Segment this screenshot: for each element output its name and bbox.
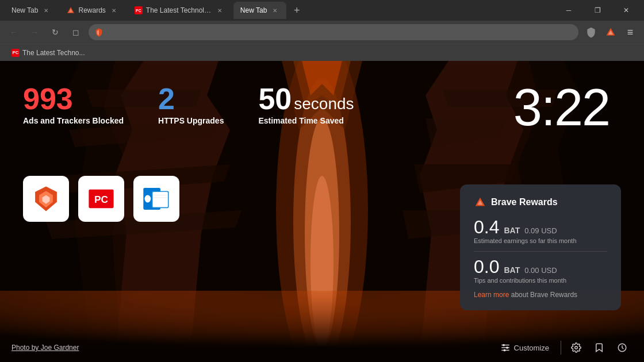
tab-label: The Latest Technology Product R (146, 6, 212, 14)
pcmag-shortcut-icon: PC (86, 183, 117, 214)
svg-point-32 (575, 346, 578, 349)
bookmark-button[interactable]: ◻ (68, 24, 84, 40)
https-label: HTTPS Upgrades (158, 116, 224, 125)
photo-credit: Photo by Joe Gardner (12, 344, 79, 352)
restore-button[interactable]: ❐ (584, 2, 611, 19)
customize-label: Customize (514, 344, 549, 352)
favorites-item-pcmag[interactable]: PC The Latest Techno... (7, 48, 90, 58)
tab-label: New Tab (240, 6, 267, 14)
svg-point-30 (506, 346, 508, 349)
time-label: Estimated Time Saved (258, 116, 354, 125)
url-bar[interactable] (89, 24, 578, 40)
rewards-tips-row: 0.0 BAT 0.00 USD Tips and contributions … (474, 257, 607, 284)
rewards-earnings-row: 0.4 BAT 0.09 USD Estimated earnings so f… (474, 218, 607, 244)
bottom-actions: Customize (493, 337, 632, 358)
shortcut-brave[interactable] (23, 176, 69, 222)
tab-close-2[interactable]: ✕ (109, 6, 118, 15)
tab-close-1[interactable]: ✕ (41, 6, 51, 15)
rewards-header: Brave Rewards (474, 196, 607, 209)
brave-shortcut-icon (30, 183, 62, 214)
earnings-usd-label: 0.09 USD (524, 227, 557, 234)
minimize-button[interactable]: ─ (555, 2, 582, 19)
rewards-header-icon (474, 196, 486, 209)
learn-more-link[interactable]: Learn more (474, 291, 509, 299)
svg-point-29 (503, 344, 505, 346)
brave-rewards-bar-icon[interactable] (603, 24, 619, 40)
shortcuts-section: PC (23, 176, 179, 222)
brave-shield-icon (94, 28, 103, 37)
rewards-triangle-icon (605, 26, 616, 38)
earnings-sublabel: Estimated earnings so far this month (474, 237, 607, 244)
tab-label: New Tab (12, 6, 38, 14)
refresh-button[interactable]: ↻ (47, 24, 63, 40)
tab-pcmag[interactable]: PC The Latest Technology Product R ✕ (128, 2, 231, 19)
ads-blocked-label: Ads and Trackers Blocked (23, 116, 124, 125)
ads-blocked-number: 993 (23, 84, 124, 114)
title-bar: New Tab ✕ Rewards ✕ PC The Latest Techno… (0, 0, 644, 21)
settings-button[interactable] (566, 337, 586, 358)
rewards-tips-amount: 0.0 BAT 0.00 USD (474, 257, 607, 276)
shortcut-pcmag[interactable]: PC (78, 176, 124, 222)
bar-actions: ≡ (583, 24, 638, 40)
pcmag-favicon: PC (135, 6, 143, 14)
customize-button[interactable]: Customize (493, 339, 556, 356)
rewards-earnings-amount: 0.4 BAT 0.09 USD (474, 218, 607, 236)
close-button[interactable]: ✕ (613, 2, 639, 19)
learn-more-section: Learn more about Brave Rewards (474, 291, 607, 299)
rewards-panel: Brave Rewards 0.4 BAT 0.09 USD Estimated… (460, 184, 621, 310)
shortcut-outlook[interactable] (133, 176, 179, 222)
rewards-divider (474, 251, 607, 252)
ads-blocked-stat: 993 Ads and Trackers Blocked (23, 84, 124, 125)
tab-new-tab-1[interactable]: New Tab ✕ (5, 2, 57, 19)
window-controls: ─ ❐ ✕ (555, 2, 639, 19)
svg-point-31 (503, 349, 505, 352)
tab-close-4[interactable]: ✕ (270, 6, 279, 15)
tips-usd-label: 0.00 USD (524, 267, 557, 274)
address-bar: ← → ↻ ◻ ≡ (0, 21, 644, 44)
tab-label: Rewards (78, 6, 105, 14)
https-number: 2 (158, 84, 224, 114)
time-saved-stat: 50seconds Estimated Time Saved (258, 84, 354, 125)
tips-sublabel: Tips and contributions this month (474, 277, 607, 284)
fav-item-label: The Latest Techno... (22, 49, 85, 57)
photographer-link[interactable]: Joe Gardner (41, 344, 79, 352)
tab-rewards[interactable]: Rewards ✕ (60, 2, 125, 19)
back-button[interactable]: ← (6, 24, 22, 40)
outlook-shortcut-icon (141, 183, 172, 214)
favorites-bar: PC The Latest Techno... (0, 44, 644, 61)
https-stat: 2 HTTPS Upgrades (158, 84, 224, 125)
forward-button[interactable]: → (26, 24, 43, 40)
history-button[interactable] (612, 337, 632, 358)
main-content: 993 Ads and Trackers Blocked 2 HTTPS Upg… (0, 61, 644, 362)
menu-button[interactable]: ≡ (622, 24, 638, 40)
time-number: 50seconds (258, 84, 354, 114)
svg-text:PC: PC (94, 194, 108, 205)
shield-icon (585, 26, 597, 38)
svg-point-23 (144, 195, 151, 203)
tab-close-3[interactable]: ✕ (215, 6, 224, 15)
tips-bat-label: BAT (504, 266, 520, 274)
bottom-bar: Photo by Joe Gardner Customize (0, 333, 644, 362)
rewards-title: Brave Rewards (491, 197, 558, 207)
rewards-favicon (67, 6, 75, 14)
stats-overlay: 993 Ads and Trackers Blocked 2 HTTPS Upg… (23, 84, 354, 125)
url-input[interactable] (107, 28, 573, 37)
customize-sliders-icon (500, 342, 511, 353)
bookmarks-icon (594, 342, 604, 353)
new-tab-button[interactable]: + (289, 2, 305, 18)
gear-icon (571, 342, 581, 353)
history-icon (617, 342, 627, 353)
earnings-bat-label: BAT (504, 226, 520, 234)
bottom-separator (561, 341, 561, 355)
bookmarks-button[interactable] (589, 337, 610, 358)
time-unit: seconds (294, 95, 354, 113)
pcmag-fav-icon: PC (12, 49, 20, 57)
clock-display: 3:22 (513, 78, 610, 137)
svg-rect-20 (153, 192, 168, 207)
brave-shield-bar-icon[interactable] (583, 24, 599, 40)
tab-new-tab-4[interactable]: New Tab ✕ (233, 2, 286, 19)
